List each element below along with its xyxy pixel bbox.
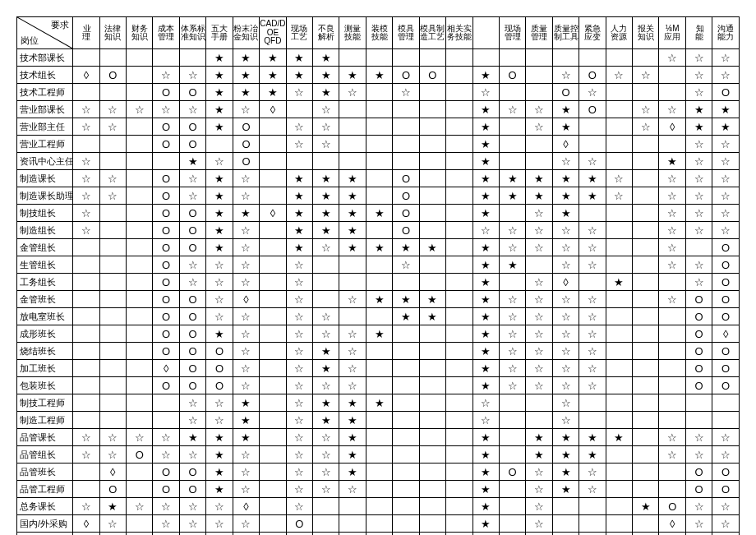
cell: ☆ bbox=[499, 101, 525, 118]
cell: O bbox=[153, 136, 179, 153]
cell: ☆ bbox=[313, 136, 339, 153]
cell bbox=[499, 205, 525, 222]
cell bbox=[313, 533, 339, 536]
cell bbox=[659, 464, 685, 481]
cell bbox=[366, 464, 392, 481]
cell: ★ bbox=[499, 170, 525, 187]
cell: ★ bbox=[339, 412, 366, 429]
cell: ★ bbox=[472, 481, 499, 498]
row-label: 品管组长 bbox=[17, 446, 73, 464]
cell bbox=[499, 533, 525, 536]
cell: O bbox=[153, 118, 179, 136]
cell bbox=[659, 325, 685, 343]
cell bbox=[446, 481, 472, 498]
cell: ★ bbox=[472, 187, 499, 205]
cell: ☆ bbox=[339, 84, 366, 101]
cell: ☆ bbox=[526, 118, 552, 136]
cell: ☆ bbox=[685, 136, 712, 153]
cell: ☆ bbox=[526, 205, 552, 222]
cell bbox=[366, 515, 392, 533]
cell: O bbox=[179, 377, 205, 394]
cell bbox=[393, 429, 419, 446]
cell: ☆ bbox=[286, 274, 312, 291]
cell: ☆ bbox=[579, 222, 606, 239]
cell bbox=[712, 394, 740, 412]
cell bbox=[633, 205, 659, 222]
cell: ☆ bbox=[685, 187, 712, 205]
cell: ★ bbox=[339, 205, 366, 222]
cell: O bbox=[179, 464, 205, 481]
cell: ☆ bbox=[685, 170, 712, 187]
cell bbox=[446, 118, 472, 136]
cell: O bbox=[499, 67, 525, 84]
cell bbox=[73, 360, 99, 377]
cell: ☆ bbox=[685, 533, 712, 536]
cell bbox=[633, 429, 659, 446]
cell: ☆ bbox=[73, 446, 99, 464]
cell: ☆ bbox=[685, 498, 712, 515]
cell: ☆ bbox=[179, 394, 205, 412]
cell: ★ bbox=[472, 343, 499, 360]
cell bbox=[526, 67, 552, 84]
cell: ★ bbox=[286, 170, 312, 187]
cell bbox=[260, 325, 286, 343]
cell: ☆ bbox=[313, 429, 339, 446]
cell: ◊ bbox=[552, 136, 579, 153]
cell bbox=[260, 533, 286, 536]
cell: ★ bbox=[286, 187, 312, 205]
cell: ☆ bbox=[685, 515, 712, 533]
cell: ★ bbox=[206, 67, 233, 84]
cell bbox=[446, 101, 472, 118]
cell bbox=[393, 325, 419, 343]
cell bbox=[339, 153, 366, 170]
cell bbox=[633, 291, 659, 308]
cell: ★ bbox=[419, 291, 445, 308]
cell bbox=[633, 239, 659, 256]
cell: ★ bbox=[472, 515, 499, 533]
cell bbox=[127, 170, 153, 187]
row-label: 制技组长 bbox=[17, 205, 73, 222]
cell: ★ bbox=[633, 498, 659, 515]
cell bbox=[526, 394, 552, 412]
cell: ☆ bbox=[579, 256, 606, 274]
cell: ☆ bbox=[206, 153, 233, 170]
cell: O bbox=[712, 256, 740, 274]
cell: O bbox=[153, 205, 179, 222]
row-label: 出口报关 bbox=[17, 533, 73, 536]
cell: O bbox=[712, 84, 740, 101]
cell bbox=[633, 256, 659, 274]
cell bbox=[260, 377, 286, 394]
table-row: 营业工程师OOO☆☆★◊☆☆ bbox=[17, 136, 740, 153]
cell: ☆ bbox=[233, 274, 259, 291]
cell: ☆ bbox=[233, 222, 259, 239]
table-row: 生管组长O☆☆☆☆☆★★☆☆☆☆O bbox=[17, 256, 740, 274]
cell: ★ bbox=[233, 84, 259, 101]
cell bbox=[526, 256, 552, 274]
col-header-8: 现场工艺 bbox=[286, 17, 312, 49]
cell bbox=[366, 136, 392, 153]
cell bbox=[99, 412, 126, 429]
cell bbox=[419, 325, 445, 343]
cell: ☆ bbox=[712, 222, 740, 239]
cell: O bbox=[153, 84, 179, 101]
col-header-13: 模具制造工艺 bbox=[419, 17, 445, 49]
cell: ★ bbox=[260, 67, 286, 84]
cell bbox=[339, 256, 366, 274]
cell: ★ bbox=[206, 170, 233, 187]
table-row: 制造课长☆☆O☆★☆★★★O★★★★★☆☆☆☆ bbox=[17, 170, 740, 187]
row-label: 国内/外采购 bbox=[17, 515, 73, 533]
cell: O bbox=[712, 239, 740, 256]
cell: O bbox=[99, 481, 126, 498]
col-header-24: 沟通能力 bbox=[712, 17, 740, 49]
cell bbox=[419, 464, 445, 481]
cell: ☆ bbox=[526, 239, 552, 256]
cell bbox=[339, 118, 366, 136]
cell bbox=[499, 136, 525, 153]
cell bbox=[419, 170, 445, 187]
cell: ☆ bbox=[526, 274, 552, 291]
row-label: 品管工程师 bbox=[17, 481, 73, 498]
cell: O bbox=[153, 291, 179, 308]
cell bbox=[393, 343, 419, 360]
cell: ★ bbox=[313, 394, 339, 412]
table-row: 技术工程师OO★★★☆★☆☆☆O☆☆O bbox=[17, 84, 740, 101]
